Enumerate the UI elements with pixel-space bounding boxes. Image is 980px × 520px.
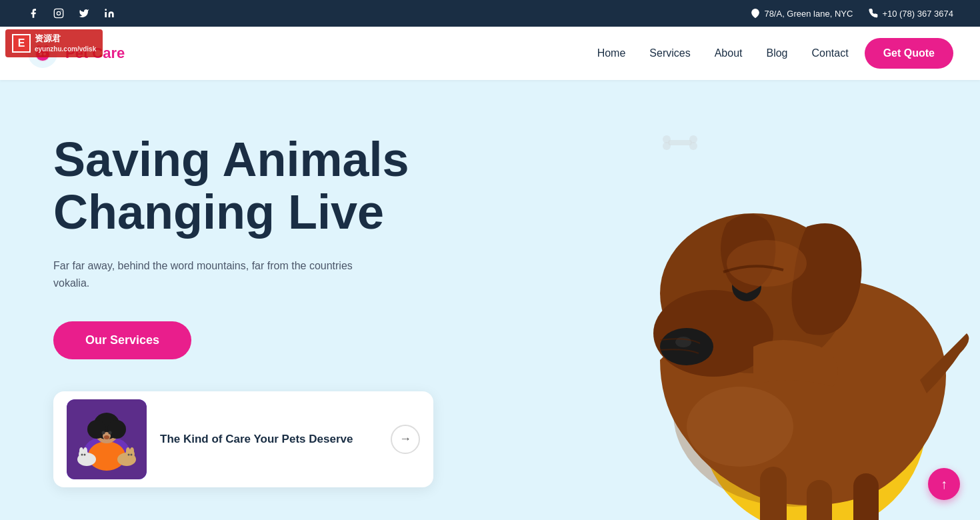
address-text: 78/A, Green lane, NYC (764, 9, 853, 19)
watermark-text: 资源君 eyunzhu.com/vdisk (35, 33, 96, 53)
address-info: 78/A, Green lane, NYC (751, 9, 853, 19)
bone-decoration (660, 133, 700, 155)
svg-point-41 (128, 453, 130, 455)
svg-point-51 (687, 387, 793, 467)
svg-point-4 (755, 11, 757, 14)
svg-point-33 (79, 447, 83, 454)
svg-rect-53 (807, 480, 832, 520)
svg-point-3 (105, 9, 107, 11)
hero-title-line1: Saving Animals (53, 133, 409, 186)
phone-text: +10 (78) 367 3674 (882, 9, 953, 19)
svg-point-36 (84, 453, 86, 455)
linkedin-icon[interactable] (103, 7, 116, 20)
nav-item-about[interactable]: About (715, 47, 743, 59)
svg-point-50 (727, 240, 807, 287)
svg-rect-54 (853, 473, 879, 520)
card-content: The Kind of Care Your Pets Deserve (160, 431, 377, 447)
twitter-icon[interactable] (77, 7, 91, 20)
hero-subtitle: Far far away, behind the word mountains,… (53, 257, 387, 291)
top-bar: 78/A, Green lane, NYC +10 (78) 367 3674 (0, 0, 980, 27)
svg-point-34 (83, 447, 87, 454)
svg-point-17 (663, 142, 671, 150)
social-links (27, 7, 116, 20)
svg-point-42 (131, 453, 133, 455)
nav-link-services[interactable]: Services (649, 47, 690, 59)
nav-item-services[interactable]: Services (649, 47, 690, 59)
hero-dog-container (513, 93, 980, 520)
svg-rect-0 (54, 9, 63, 17)
hero-card: The Kind of Care Your Pets Deserve → (53, 391, 433, 487)
svg-point-30 (104, 435, 109, 439)
nav-item-blog[interactable]: Blog (766, 47, 787, 59)
facebook-icon[interactable] (27, 7, 40, 20)
scroll-up-icon: ↑ (941, 477, 947, 492)
hero-title: Saving Animals Changing Live (53, 133, 433, 239)
dog-image (527, 93, 980, 520)
nav-links: Home Services About Blog Contact (597, 47, 849, 59)
svg-point-29 (109, 431, 112, 434)
get-quote-button[interactable]: Get Quote (865, 38, 953, 69)
card-title: The Kind of Care Your Pets Deserve (160, 431, 377, 447)
our-services-button[interactable]: Our Services (53, 321, 191, 359)
watermark-logo: E (12, 34, 31, 53)
hero-content: Saving Animals Changing Live Far far awa… (53, 120, 433, 487)
arrow-icon: → (399, 432, 411, 446)
svg-rect-15 (668, 140, 692, 145)
hero-section: Saving Animals Changing Live Far far awa… (0, 80, 980, 520)
nav-item-contact[interactable]: Contact (812, 47, 849, 59)
svg-point-28 (102, 431, 105, 434)
scroll-to-top-button[interactable]: ↑ (928, 468, 960, 500)
navbar: Pet Care Home Services About Blog Contac… (0, 27, 980, 80)
watermark: E 资源君 eyunzhu.com/vdisk (0, 27, 108, 60)
card-arrow-button[interactable]: → (391, 425, 420, 454)
hero-title-line2: Changing Live (53, 185, 384, 239)
svg-point-40 (130, 447, 134, 454)
nav-item-home[interactable]: Home (597, 47, 626, 59)
nav-link-about[interactable]: About (715, 47, 743, 59)
svg-point-2 (61, 11, 61, 11)
svg-point-39 (126, 447, 130, 454)
svg-point-35 (81, 453, 83, 455)
svg-point-1 (57, 11, 60, 15)
nav-link-home[interactable]: Home (597, 47, 626, 59)
svg-rect-52 (760, 467, 787, 520)
nav-link-blog[interactable]: Blog (766, 47, 787, 59)
phone-info: +10 (78) 367 3674 (869, 9, 953, 19)
svg-point-19 (689, 142, 697, 150)
card-image (67, 399, 147, 479)
instagram-icon[interactable] (52, 7, 65, 20)
nav-link-contact[interactable]: Contact (812, 47, 849, 59)
contact-info: 78/A, Green lane, NYC +10 (78) 367 3674 (751, 9, 953, 19)
